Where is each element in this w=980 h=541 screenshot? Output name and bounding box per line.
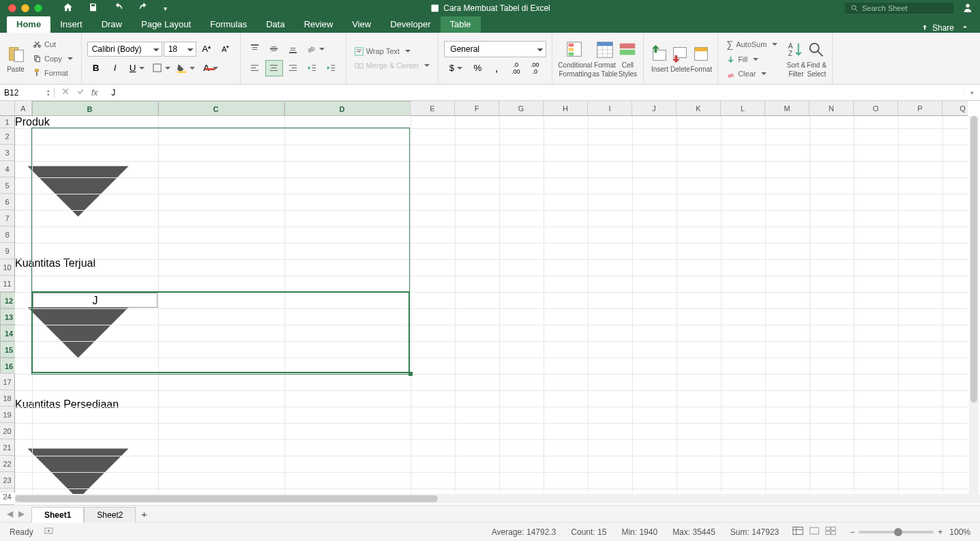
normal-view-icon[interactable]	[792, 526, 803, 538]
tab-developer[interactable]: Developer	[381, 16, 440, 33]
sheet-nav-next-icon[interactable]: ▶	[18, 509, 25, 518]
format-cells-button[interactable]: Format	[690, 44, 712, 73]
column-header[interactable]: F	[455, 101, 499, 115]
column-header[interactable]: M	[765, 101, 810, 115]
orientation-icon[interactable]: ab	[303, 41, 328, 57]
copy-button[interactable]: Copy	[30, 53, 76, 64]
align-bottom-icon[interactable]	[284, 41, 302, 57]
row-header[interactable]: 4	[0, 161, 14, 177]
column-header[interactable]: G	[499, 101, 544, 115]
row-headers[interactable]: 1234567891011121314151617181920212223242…	[0, 116, 15, 493]
maximize-window[interactable]	[34, 4, 42, 12]
column-header[interactable]: D	[284, 101, 411, 116]
search-sheet[interactable]: Search Sheet	[845, 3, 954, 14]
tab-data[interactable]: Data	[256, 16, 294, 33]
row-header[interactable]: 22	[0, 456, 14, 472]
macro-record-icon[interactable]	[44, 526, 55, 538]
column-header[interactable]: I	[588, 101, 632, 115]
close-window[interactable]	[8, 4, 16, 12]
select-all-corner[interactable]	[0, 101, 15, 116]
column-header[interactable]: H	[544, 101, 588, 115]
font-name-select[interactable]: Calibri (Body)	[87, 42, 162, 57]
bold-button[interactable]: B	[87, 60, 105, 76]
selection-handle[interactable]	[409, 372, 413, 376]
accounting-format-icon[interactable]: $	[444, 60, 467, 76]
column-header[interactable]: J	[632, 101, 677, 115]
column-header[interactable]: P	[898, 101, 942, 115]
number-format-select[interactable]: General	[444, 41, 546, 57]
fx-icon[interactable]: fx	[91, 88, 102, 98]
redo-icon[interactable]	[138, 2, 149, 14]
row-header[interactable]: 3	[0, 145, 14, 161]
autosum-button[interactable]: ∑AutoSum	[724, 38, 780, 51]
column-headers[interactable]: ABCDEFGHIJKLMNOPQ	[15, 101, 968, 116]
percent-format-icon[interactable]: %	[469, 60, 486, 76]
align-top-icon[interactable]	[246, 41, 264, 57]
row-header[interactable]: 2	[0, 128, 14, 145]
sheet-tab-1[interactable]: Sheet1	[31, 507, 84, 523]
page-break-view-icon[interactable]	[825, 526, 836, 538]
minimize-window[interactable]	[21, 4, 29, 12]
insert-cells-button[interactable]: Insert	[649, 44, 670, 73]
expand-formula-bar-icon[interactable]: ▾	[964, 89, 980, 96]
increase-indent-icon[interactable]	[323, 60, 340, 76]
increase-decimal-icon[interactable]: .0.00	[507, 60, 524, 76]
column-header[interactable]: K	[677, 101, 721, 115]
row-header[interactable]: 5	[0, 177, 14, 194]
row-header[interactable]: 18	[0, 390, 14, 407]
row-header[interactable]: 6	[0, 194, 14, 210]
column-header[interactable]: O	[854, 101, 898, 115]
row-header[interactable]: 20	[0, 423, 14, 439]
undo-icon[interactable]	[113, 2, 123, 14]
tab-home[interactable]: Home	[7, 16, 50, 33]
tab-view[interactable]: View	[342, 16, 381, 33]
zoom-level[interactable]: 100%	[949, 527, 970, 537]
align-left-icon[interactable]	[246, 60, 264, 76]
column-header[interactable]: C	[158, 101, 284, 116]
border-button[interactable]	[150, 60, 173, 76]
font-size-select[interactable]: 18	[164, 42, 196, 57]
column-header[interactable]: E	[411, 101, 455, 115]
save-icon[interactable]	[88, 2, 98, 14]
column-header[interactable]: L	[721, 101, 765, 115]
accept-formula-icon[interactable]	[76, 87, 85, 98]
italic-button[interactable]: I	[106, 60, 124, 76]
column-header[interactable]: N	[810, 101, 854, 115]
zoom-out-icon[interactable]: −	[850, 527, 855, 537]
underline-button[interactable]: U	[125, 60, 149, 76]
delete-cells-button[interactable]: Delete	[670, 44, 690, 73]
paste-button[interactable]: Paste	[5, 44, 26, 73]
cell-styles-button[interactable]: CellStyles	[617, 40, 638, 78]
column-header[interactable]: A	[15, 101, 32, 115]
row-header[interactable]: 1	[0, 116, 14, 128]
page-layout-view-icon[interactable]	[809, 526, 820, 538]
row-header[interactable]: 8	[0, 226, 14, 243]
row-header[interactable]: 19	[0, 407, 14, 423]
increase-font-icon[interactable]: A▴	[198, 41, 216, 57]
share-button[interactable]: Share	[921, 23, 954, 33]
tab-insert[interactable]: Insert	[50, 16, 92, 33]
formula-input[interactable]	[108, 88, 964, 98]
filter-dropdown-icon[interactable]	[15, 269, 141, 398]
tab-page-layout[interactable]: Page Layout	[132, 16, 201, 33]
add-sheet-button[interactable]: +	[136, 508, 152, 520]
tab-review[interactable]: Review	[295, 16, 343, 33]
align-right-icon[interactable]	[284, 60, 302, 76]
format-painter-button[interactable]: Format	[30, 67, 76, 78]
tab-table[interactable]: Table	[441, 16, 481, 33]
decrease-decimal-icon[interactable]: .00.0	[526, 60, 544, 76]
cut-button[interactable]: Cut	[30, 38, 76, 50]
tab-draw[interactable]: Draw	[92, 16, 132, 33]
clear-button[interactable]: Clear	[724, 68, 780, 80]
zoom-slider[interactable]	[859, 531, 934, 533]
column-header[interactable]: Q	[942, 101, 980, 115]
column-header[interactable]: B	[32, 101, 158, 116]
fill-button[interactable]: Fill	[724, 54, 780, 65]
comma-format-icon[interactable]: ,	[488, 60, 505, 76]
vertical-scrollbar[interactable]	[969, 116, 979, 494]
wrap-text-button[interactable]: Wrap Text	[352, 46, 433, 57]
sheet-tab-2[interactable]: Sheet2	[84, 507, 136, 523]
font-color-button[interactable]: A	[199, 60, 222, 76]
name-box[interactable]: B12▴▾	[0, 88, 55, 98]
zoom-in-icon[interactable]: +	[938, 527, 942, 537]
